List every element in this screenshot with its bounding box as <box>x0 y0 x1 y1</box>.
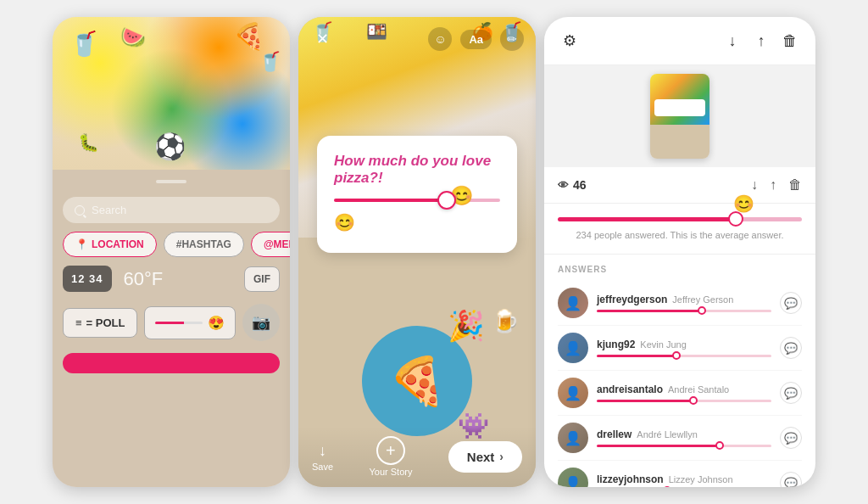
story-editor-panel: 🥤 🍱 🍊 🥤 ✕ ☺ Aa ✏ How much do you love pi… <box>298 17 536 487</box>
answer-names-3: andreisantalo Andrei Santalo <box>597 384 771 395</box>
close-button[interactable]: ✕ <box>310 27 334 51</box>
download-stat-icon[interactable]: ↓ <box>751 177 758 193</box>
avatar-2: 👤 <box>558 333 588 363</box>
avatar-face-5: 👤 <box>558 468 588 487</box>
result-description: 234 people answered. This is the average… <box>558 230 802 240</box>
answer-row-5: 👤 lizzeyjohnson Lizzey Johnson 💬 <box>558 461 802 487</box>
avatar-face-4: 👤 <box>558 423 588 453</box>
next-label: Next <box>467 450 495 464</box>
food-decoration-1: 🥤 <box>70 30 99 58</box>
gif-sticker[interactable]: GIF <box>244 266 280 292</box>
answers-section: ANSWERS 👤 jeffreydgerson Jeffrey Gerson … <box>544 255 815 487</box>
animal-sticker: 🐛 <box>78 132 99 153</box>
answer-dot-1 <box>698 306 706 315</box>
answer-track-3 <box>597 400 771 402</box>
answer-row-4: 👤 drellew André Llewllyn 💬 <box>558 416 802 461</box>
your-story-label: Your Story <box>369 467 412 477</box>
displayname-2: Kevin Jung <box>640 339 686 350</box>
username-4: drellew <box>597 428 632 440</box>
food-area: 🍕 🎉 👾 <box>362 326 472 436</box>
time-sticker[interactable]: 12 34 <box>63 266 112 292</box>
sticker-picker-bottom: Search 📍 LOCATION #HASHTAG @MENTION 12 3… <box>53 170 290 487</box>
answers-label: ANSWERS <box>558 265 802 274</box>
avatar-face-1: 👤 <box>558 288 588 318</box>
displayname-1: Jeffrey Gerson <box>672 294 733 305</box>
sticker-button[interactable]: ☺ <box>428 27 452 51</box>
sticker-row-2: 12 34 60°F GIF <box>63 266 280 292</box>
story-editor-header: ✕ ☺ Aa ✏ <box>298 27 536 51</box>
story-bottom-actions: ↓ Save + Your Story Next › <box>298 426 536 487</box>
avatar-1: 👤 <box>558 288 588 318</box>
username-1: jeffreydgerson <box>597 294 667 305</box>
party-popper: 🎉 <box>448 309 485 344</box>
answer-info-2: kjung92 Kevin Jung <box>597 339 771 357</box>
answer-track-4 <box>597 445 771 447</box>
settings-icon: ⚙ <box>563 31 576 50</box>
sticker-picker-panel: 🥤 🍉 🍕 🥤 🐛 ⚽ Search 📍 LOCATION <box>53 17 290 487</box>
answer-row-1: 👤 jeffreydgerson Jeffrey Gerson 💬 <box>558 281 802 326</box>
hashtag-sticker[interactable]: #HASHTAG <box>164 232 244 257</box>
poll-sticker[interactable]: ≡ = POLL <box>63 308 137 338</box>
plate: 🍕 🎉 👾 <box>362 326 472 436</box>
story-thumbnail-area <box>544 65 815 167</box>
your-story-button[interactable]: + Your Story <box>369 436 412 477</box>
save-button[interactable]: ↓ Save <box>312 442 333 472</box>
panel3-action-buttons: ↓ ↑ 🗑 <box>721 29 802 53</box>
settings-button[interactable]: ⚙ <box>558 29 581 53</box>
poll-slider-card[interactable]: How much do you love pizza?! 😊 😊 <box>317 136 517 253</box>
answer-row-3: 👤 andreisantalo Andrei Santalo 💬 <box>558 371 802 416</box>
slider-container: 😊 <box>334 199 500 202</box>
delete-button[interactable]: 🗑 <box>778 29 802 53</box>
message-button-3[interactable]: 💬 <box>780 382 802 404</box>
answer-names-4: drellew André Llewllyn <box>597 428 771 440</box>
answer-track-2 <box>597 355 771 357</box>
message-button-4[interactable]: 💬 <box>780 427 802 449</box>
answers-panel: ⚙ ↓ ↑ 🗑 <box>544 17 815 487</box>
answer-info-4: drellew André Llewllyn <box>597 428 771 447</box>
thumb-bottom-bg <box>650 125 709 159</box>
displayname-4: André Llewllyn <box>637 429 698 440</box>
sticker-add-icon: ☺ <box>434 32 446 46</box>
temp-sticker[interactable]: 60°F <box>124 268 164 290</box>
message-button-2[interactable]: 💬 <box>780 337 802 359</box>
beach-ball: ⚽ <box>154 132 186 161</box>
result-track <box>558 217 802 221</box>
avatar-face-3: 👤 <box>558 378 588 408</box>
done-button[interactable] <box>63 353 280 373</box>
answers-header: ⚙ ↓ ↑ 🗑 <box>544 17 815 65</box>
slider-thumb[interactable] <box>437 191 456 210</box>
result-slider-container: 😊 <box>558 217 802 221</box>
answer-track-1 <box>597 310 771 312</box>
pizza-slice-emoji: 🍕 <box>388 354 447 409</box>
camera-button[interactable]: 📷 <box>242 304 280 341</box>
answer-row-2: 👤 kjung92 Kevin Jung 💬 <box>558 326 802 371</box>
slider-sticker[interactable]: 😍 <box>144 306 236 339</box>
next-arrow-icon: › <box>499 450 504 463</box>
message-button-5[interactable]: 💬 <box>780 472 802 487</box>
share-icon: ↑ <box>758 32 765 50</box>
draw-button[interactable]: ✏ <box>500 27 524 51</box>
search-icon <box>75 205 85 216</box>
answer-names-1: jeffreydgerson Jeffrey Gerson <box>597 294 771 305</box>
mention-sticker[interactable]: @MENTION <box>251 232 290 257</box>
gif-icon: GIF <box>253 273 270 285</box>
search-bar[interactable]: Search <box>63 197 280 223</box>
poll-icon: ≡ <box>75 316 82 329</box>
top-image-area: 🥤 🍉 🍕 🥤 🐛 ⚽ <box>53 17 290 170</box>
username-5: lizzeyjohnson <box>597 473 664 485</box>
message-button-1[interactable]: 💬 <box>780 292 802 314</box>
download-button[interactable]: ↓ <box>721 29 744 53</box>
share-stat-icon[interactable]: ↑ <box>770 177 776 193</box>
header-actions: ☺ Aa ✏ <box>428 27 524 51</box>
share-button[interactable]: ↑ <box>749 29 773 53</box>
answer-dot-2 <box>672 351 681 360</box>
close-icon: ✕ <box>316 30 329 48</box>
next-button[interactable]: Next › <box>448 441 522 473</box>
story-stats: 👁 46 ↓ ↑ 🗑 <box>544 167 815 204</box>
text-button[interactable]: Aa <box>460 30 492 49</box>
location-sticker[interactable]: 📍 LOCATION <box>63 232 157 257</box>
stat-action-buttons: ↓ ↑ 🗑 <box>751 177 802 193</box>
trash-icon: 🗑 <box>782 32 798 50</box>
delete-stat-icon[interactable]: 🗑 <box>788 177 802 193</box>
location-pin-icon: 📍 <box>75 238 88 250</box>
